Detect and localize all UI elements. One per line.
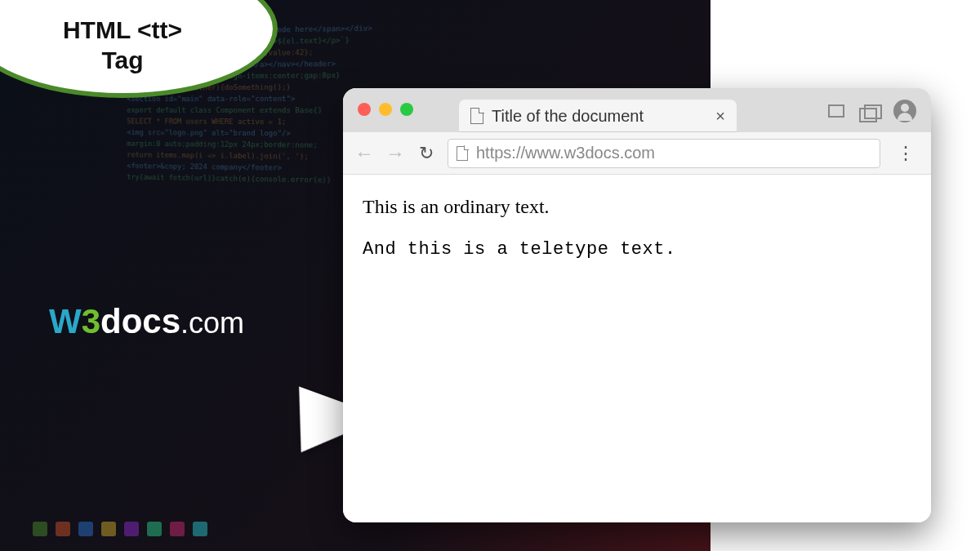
window-controls [358,103,413,116]
browser-address-bar: ← → ↻ https://www.w3docs.com ⋮ [343,132,931,175]
background-taskbar [33,522,207,536]
brand-logo: W3docs.com [49,302,244,341]
page-icon [470,108,483,124]
user-profile-icon[interactable] [893,100,916,122]
ordinary-text: This is an ordinary text. [363,196,911,218]
brand-w: W [49,302,82,340]
back-button[interactable]: ← [354,142,374,165]
taskbar-app-icon [147,522,162,536]
close-window-icon[interactable] [358,103,371,116]
browser-tabbar: Title of the document × [343,88,931,132]
minimize-window-icon[interactable] [379,103,392,116]
url-text: https://www.w3docs.com [476,144,655,162]
tab-title: Title of the document [492,107,707,126]
taskbar-app-icon [101,522,116,536]
taskbar-app-icon [170,522,185,536]
reload-button[interactable]: ↻ [416,143,436,164]
taskbar-app-icon [33,522,47,536]
browser-tab[interactable]: Title of the document × [459,100,737,132]
brand-docs: docs [100,302,180,340]
window-right-icons [828,100,916,122]
brand-three: 3 [82,302,100,340]
forward-button[interactable]: → [385,142,405,165]
tabs-overview-icon[interactable] [859,104,879,118]
restore-icon[interactable] [828,104,844,118]
site-info-icon[interactable] [457,146,468,161]
maximize-window-icon[interactable] [400,103,413,116]
url-input[interactable]: https://www.w3docs.com [448,139,880,168]
browser-menu-icon[interactable]: ⋮ [892,143,920,164]
taskbar-app-icon [124,522,139,536]
brand-suffix: .com [180,306,244,340]
tab-close-icon[interactable]: × [715,107,725,126]
browser-window: Title of the document × ← → ↻ https://ww… [343,88,931,522]
taskbar-app-icon [78,522,93,536]
teletype-text: And this is a teletype text. [363,239,911,260]
taskbar-app-icon [193,522,207,536]
taskbar-app-icon [56,522,70,536]
topic-title: HTML <tt> Tag [63,15,182,76]
browser-viewport: This is an ordinary text. And this is a … [343,175,931,522]
